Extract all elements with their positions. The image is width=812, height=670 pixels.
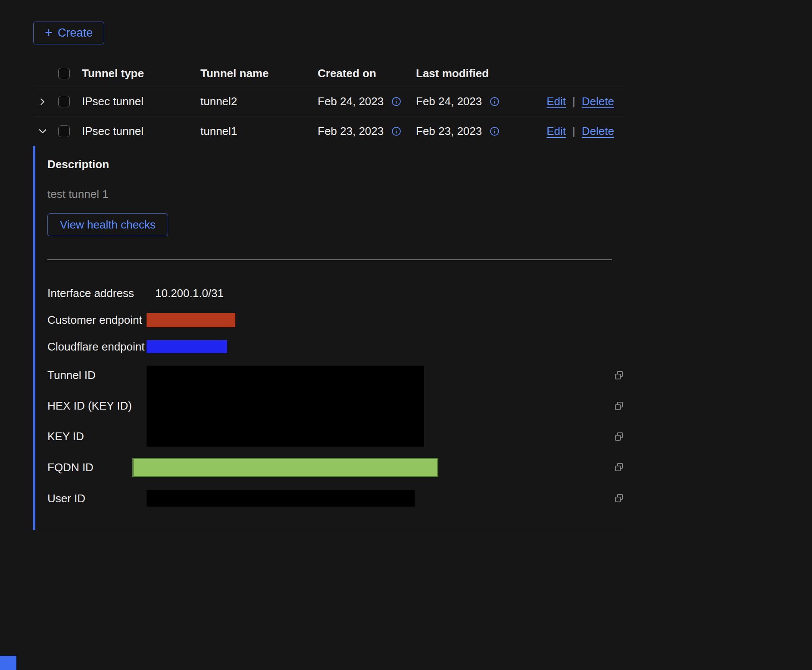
copy-icon (613, 493, 625, 504)
description-value: test tunnel 1 (47, 187, 625, 201)
view-health-checks-button[interactable]: View health checks (47, 213, 168, 236)
info-icon (490, 126, 500, 136)
tunnel-name-cell: tunnel1 (200, 125, 318, 138)
cloudflare-endpoint-redacted (147, 340, 227, 353)
header-last-modified: Last modified (416, 67, 552, 80)
tunnels-table: Tunnel type Tunnel name Created on Last … (33, 60, 625, 530)
tunnel-type-cell: IPsec tunnel (82, 125, 200, 138)
chevron-right-icon (37, 97, 47, 106)
created-on-cell: Feb 24, 2023 (318, 95, 384, 108)
collapse-row-button[interactable] (37, 126, 48, 136)
action-separator: | (572, 125, 575, 138)
copy-icon (613, 431, 625, 442)
header-tunnel-name: Tunnel name (200, 67, 318, 80)
row-checkbox[interactable] (58, 125, 70, 137)
copy-icon (613, 370, 625, 381)
last-modified-info-button[interactable] (490, 97, 500, 106)
customer-endpoint-label: Customer endpoint (47, 313, 147, 327)
last-modified-info-button[interactable] (490, 126, 500, 136)
fqdn-id-redacted (132, 458, 438, 477)
user-id-redacted (147, 490, 415, 507)
info-icon (391, 97, 401, 106)
cloudflare-endpoint-label: Cloudflare endpoint (47, 340, 147, 354)
created-on-info-button[interactable] (391, 97, 401, 106)
interface-address-label: Interface address (47, 287, 147, 300)
last-modified-cell: Feb 23, 2023 (416, 125, 482, 138)
fqdn-id-label: FQDN ID (47, 461, 147, 474)
hex-id-label: HEX ID (KEY ID) (47, 399, 147, 413)
description-label: Description (47, 157, 625, 172)
tunnel-id-label: Tunnel ID (47, 369, 147, 382)
create-button-label: Create (58, 26, 93, 40)
plus-icon: + (45, 26, 53, 39)
section-divider (47, 260, 612, 260)
tunnel-name-cell: tunnel2 (200, 95, 318, 108)
created-on-info-button[interactable] (391, 126, 401, 136)
tunnel-type-cell: IPsec tunnel (82, 95, 200, 108)
copy-icon (613, 462, 625, 473)
customer-endpoint-redacted (147, 313, 235, 327)
ids-redacted (147, 366, 424, 447)
last-modified-cell: Feb 24, 2023 (416, 95, 482, 108)
row-checkbox[interactable] (58, 96, 70, 107)
expand-row-button[interactable] (37, 97, 47, 106)
header-tunnel-type: Tunnel type (82, 67, 200, 80)
tunnels-page: + Create Tunnel type Tunnel name Created… (0, 0, 812, 670)
delete-link[interactable]: Delete (582, 125, 614, 138)
key-id-label: KEY ID (47, 430, 147, 443)
delete-link[interactable]: Delete (582, 95, 614, 108)
table-row: IPsec tunnel tunnel1 Feb 23, 2023 Feb 23… (33, 116, 625, 146)
table-row: IPsec tunnel tunnel2 Feb 24, 2023 Feb 24… (33, 87, 625, 116)
copy-tunnel-id-button[interactable] (613, 370, 625, 381)
table-header-row: Tunnel type Tunnel name Created on Last … (33, 60, 625, 87)
chevron-down-icon (37, 126, 48, 136)
select-all-checkbox[interactable] (58, 68, 70, 79)
info-icon (391, 126, 401, 136)
tunnel-fields: Interface address 10.200.1.0/31 Customer… (47, 280, 625, 514)
bottom-left-scrollbar-fragment (0, 656, 16, 670)
tunnel-id-redacted-block (147, 366, 599, 447)
copy-key-id-button[interactable] (613, 431, 625, 442)
interface-address-value: 10.200.1.0/31 (147, 287, 599, 300)
copy-icon (613, 401, 625, 412)
tunnel-detail-panel: Description test tunnel 1 View health ch… (33, 146, 625, 530)
user-id-label: User ID (47, 492, 147, 505)
created-on-cell: Feb 23, 2023 (318, 125, 384, 138)
edit-link[interactable]: Edit (547, 95, 566, 108)
info-icon (490, 97, 500, 106)
create-button[interactable]: + Create (33, 22, 104, 44)
header-created-on: Created on (318, 67, 416, 80)
action-separator: | (572, 95, 575, 108)
edit-link[interactable]: Edit (547, 125, 566, 138)
copy-fqdn-id-button[interactable] (613, 462, 625, 473)
copy-hex-id-button[interactable] (613, 401, 625, 412)
copy-user-id-button[interactable] (613, 493, 625, 504)
